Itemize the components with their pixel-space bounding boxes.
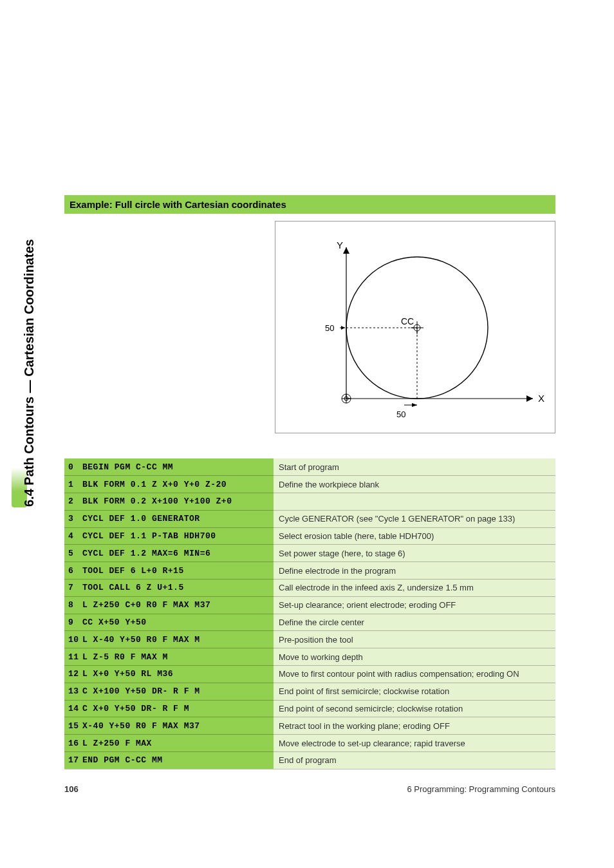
line-number: 1 — [68, 480, 82, 489]
code-text: TOOL DEF 6 L+0 R+15 — [82, 566, 184, 576]
program-desc-cell: Define the workpiece blank — [274, 476, 555, 493]
svg-marker-15 — [341, 326, 345, 330]
program-code-cell: 8L Z+250 C+0 R0 F MAX M37 — [64, 596, 274, 614]
program-desc-cell: Define electrode in the program — [274, 562, 555, 580]
program-row: 4CYCL DEF 1.1 P-TAB HDH700Select erosion… — [64, 527, 555, 545]
line-number: 10 — [68, 635, 82, 645]
program-row: 7TOOL CALL 6 Z U+1.5Call electrode in th… — [64, 580, 555, 597]
code-text: X-40 Y+50 R0 F MAX M37 — [82, 721, 200, 731]
program-code-cell: 9CC X+50 Y+50 — [64, 614, 274, 631]
program-row: 1BLK FORM 0.1 Z X+0 Y+0 Z-20Define the w… — [64, 476, 555, 493]
program-row: 15X-40 Y+50 R0 F MAX M37Retract tool in … — [64, 717, 555, 735]
program-desc-cell: Move to first contour point with radius … — [274, 666, 555, 683]
program-row: 2BLK FORM 0.2 X+100 Y+100 Z+0 — [64, 493, 555, 511]
program-row: 3CYCL DEF 1.0 GENERATORCycle GENERATOR (… — [64, 510, 555, 527]
program-row: 14C X+0 Y+50 DR- R F MEnd point of secon… — [64, 700, 555, 717]
page-content: Example: Full circle with Cartesian coor… — [64, 195, 555, 214]
program-desc-cell: Call electrode in the infeed axis Z, und… — [274, 580, 555, 597]
line-number: 12 — [68, 669, 82, 679]
program-desc-cell: Retract tool in the working plane; erodi… — [274, 717, 555, 735]
program-code-cell: 6TOOL DEF 6 L+0 R+15 — [64, 562, 274, 580]
program-row: 17END PGM C-CC MMEnd of program — [64, 752, 555, 769]
program-desc-cell — [274, 493, 555, 511]
y-axis-label: Y — [337, 240, 343, 250]
program-row: 10L X-40 Y+50 R0 F MAX MPre-position the… — [64, 631, 555, 648]
line-number: 14 — [68, 704, 82, 713]
line-number: 16 — [68, 739, 82, 748]
tick-y-label: 50 — [325, 323, 334, 333]
code-text: CYCL DEF 1.1 P-TAB HDH700 — [82, 531, 216, 541]
program-row: 16L Z+250 F MAXMove electrode to set-up … — [64, 735, 555, 752]
code-text: END PGM C-CC MM — [82, 755, 163, 765]
line-number: 17 — [68, 755, 82, 765]
program-code-cell: 1BLK FORM 0.1 Z X+0 Y+0 Z-20 — [64, 476, 274, 493]
program-desc-cell: Move to working depth — [274, 648, 555, 666]
program-code-cell: 10L X-40 Y+50 R0 F MAX M — [64, 631, 274, 648]
program-desc-cell: End of program — [274, 752, 555, 769]
program-desc-cell: Cycle GENERATOR (see "Cycle 1 GENERATOR"… — [274, 510, 555, 527]
program-desc-cell: Select erosion table (here, table HDH700… — [274, 527, 555, 545]
program-row: 0BEGIN PGM C-CC MMStart of program — [64, 458, 555, 476]
program-code-cell: 14C X+0 Y+50 DR- R F M — [64, 700, 274, 717]
line-number: 4 — [68, 531, 82, 541]
diagram-box: Y X CC 50 50 — [275, 221, 555, 433]
program-desc-cell: Set-up clearance; orient electrode; erod… — [274, 596, 555, 614]
code-text: C X+0 Y+50 DR- R F M — [82, 704, 189, 713]
cc-label: CC — [401, 316, 414, 326]
code-text: L X-40 Y+50 R0 F MAX M — [82, 635, 200, 645]
program-desc-cell: End point of first semicircle; clockwise… — [274, 683, 555, 700]
svg-marker-3 — [343, 247, 349, 254]
program-row: 8L Z+250 C+0 R0 F MAX M37Set-up clearanc… — [64, 596, 555, 614]
program-code-cell: 12L X+0 Y+50 RL M36 — [64, 666, 274, 683]
program-desc-cell: Set power stage (here, to stage 6) — [274, 545, 555, 562]
program-desc-cell: Define the circle center — [274, 614, 555, 631]
program-row: 9CC X+50 Y+50Define the circle center — [64, 614, 555, 631]
line-number: 5 — [68, 549, 82, 558]
line-number: 0 — [68, 462, 82, 472]
line-number: 13 — [68, 686, 82, 696]
program-code-cell: 16L Z+250 F MAX — [64, 735, 274, 752]
program-row: 5CYCL DEF 1.2 MAX=6 MIN=6Set power stage… — [64, 545, 555, 562]
line-number: 3 — [68, 514, 82, 524]
program-row: 6TOOL DEF 6 L+0 R+15Define electrode in … — [64, 562, 555, 580]
program-code-cell: 2BLK FORM 0.2 X+100 Y+100 Z+0 — [64, 493, 274, 511]
page-footer: 106 6 Programming: Programming Contours — [64, 784, 555, 794]
example-title-bar: Example: Full circle with Cartesian coor… — [64, 195, 555, 214]
code-text: BLK FORM 0.1 Z X+0 Y+0 Z-20 — [82, 480, 227, 489]
code-text: L Z-5 R0 F MAX M — [82, 652, 168, 662]
chapter-label: 6 Programming: Programming Contours — [407, 784, 555, 794]
code-text: CC X+50 Y+50 — [82, 618, 147, 627]
program-desc-cell: End point of second semicircle; clockwis… — [274, 700, 555, 717]
program-code-cell: 5CYCL DEF 1.2 MAX=6 MIN=6 — [64, 545, 274, 562]
code-text: L Z+250 F MAX — [82, 739, 152, 748]
program-row: 11L Z-5 R0 F MAX MMove to working depth — [64, 648, 555, 666]
line-number: 8 — [68, 600, 82, 610]
code-text: L X+0 Y+50 RL M36 — [82, 669, 173, 679]
code-text: CYCL DEF 1.2 MAX=6 MIN=6 — [82, 549, 210, 558]
program-desc-cell: Start of program — [274, 458, 555, 476]
program-code-cell: 0BEGIN PGM C-CC MM — [64, 458, 274, 476]
svg-marker-17 — [412, 403, 417, 407]
program-listing-table: 0BEGIN PGM C-CC MMStart of program1BLK F… — [64, 458, 555, 769]
coordinate-diagram: Y X CC 50 50 — [275, 222, 555, 433]
program-row: 13C X+100 Y+50 DR- R F MEnd point of fir… — [64, 683, 555, 700]
program-code-cell: 17END PGM C-CC MM — [64, 752, 274, 769]
line-number: 9 — [68, 618, 82, 627]
program-code-cell: 15X-40 Y+50 R0 F MAX M37 — [64, 717, 274, 735]
page-number: 106 — [64, 784, 79, 794]
program-code-cell: 3CYCL DEF 1.0 GENERATOR — [64, 510, 274, 527]
line-number: 6 — [68, 566, 82, 576]
line-number: 15 — [68, 721, 82, 731]
code-text: BEGIN PGM C-CC MM — [82, 462, 173, 472]
line-number: 11 — [68, 652, 82, 662]
code-text: CYCL DEF 1.0 GENERATOR — [82, 514, 200, 524]
program-code-cell: 4CYCL DEF 1.1 P-TAB HDH700 — [64, 527, 274, 545]
svg-marker-1 — [526, 395, 533, 402]
program-desc-cell: Move electrode to set-up clearance; rapi… — [274, 735, 555, 752]
program-desc-cell: Pre-position the tool — [274, 631, 555, 648]
code-text: C X+100 Y+50 DR- R F M — [82, 686, 200, 696]
code-text: TOOL CALL 6 Z U+1.5 — [82, 583, 184, 592]
program-code-cell: 11L Z-5 R0 F MAX M — [64, 648, 274, 666]
line-number: 2 — [68, 496, 82, 506]
tick-x-label: 50 — [396, 410, 405, 419]
